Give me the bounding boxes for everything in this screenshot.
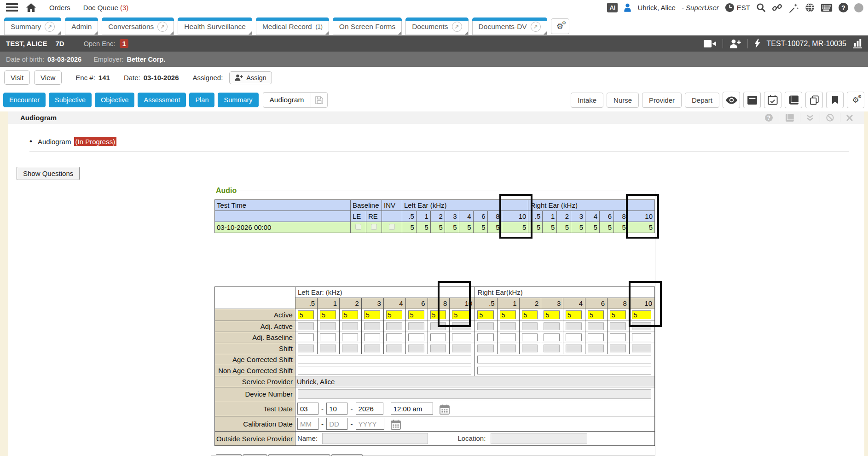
test-date-calendar-button[interactable] — [440, 404, 450, 415]
adj-baseline-input[interactable] — [298, 333, 314, 341]
tab-on-screen-forms[interactable]: On Screen Forms — [333, 18, 402, 35]
adj-baseline-input[interactable] — [500, 333, 516, 341]
active-threshold-input[interactable] — [364, 310, 380, 319]
adj-baseline-input[interactable] — [610, 333, 626, 341]
popout-icon[interactable] — [157, 22, 168, 32]
ai-badge[interactable]: AI — [607, 3, 618, 12]
age-corrected-right-field[interactable] — [477, 356, 651, 363]
active-threshold-input[interactable] — [298, 310, 314, 319]
open-enc-count-badge[interactable]: 1 — [120, 39, 128, 48]
nurse-button[interactable]: Nurse — [607, 93, 639, 108]
new-button[interactable]: New — [216, 454, 242, 456]
settings-button[interactable] — [847, 92, 864, 108]
t1-data-row[interactable]: 03-10-2026 00:00 5 5 5 5 5 5 5 5 5 5 5 5… — [215, 222, 655, 233]
active-threshold-input[interactable] — [452, 310, 471, 319]
bar-chart-icon[interactable] — [853, 39, 863, 48]
wand-icon[interactable] — [788, 3, 799, 13]
adj-baseline-input[interactable] — [430, 333, 446, 341]
tab-documents-dv[interactable]: Documents-DV — [472, 18, 547, 35]
adj-baseline-input[interactable] — [632, 333, 651, 341]
adj-baseline-input[interactable] — [386, 333, 402, 341]
panel-disable-button[interactable] — [820, 113, 840, 122]
test-time-input[interactable] — [391, 403, 433, 415]
adj-baseline-input[interactable] — [452, 333, 471, 341]
tab-conversations[interactable]: Conversations — [102, 18, 174, 35]
view-button[interactable]: View — [34, 70, 62, 85]
popout-icon[interactable] — [452, 22, 462, 32]
audiogram-list-item[interactable]: Audiogram (In Progress) — [29, 137, 116, 146]
active-threshold-input[interactable] — [544, 310, 560, 319]
panel-collapse-button[interactable] — [800, 113, 820, 122]
active-threshold-input[interactable] — [430, 310, 446, 319]
user-name[interactable]: Uhrick, Alice — [637, 4, 676, 12]
archive-button[interactable] — [743, 92, 761, 108]
subjective-button[interactable]: Subjective — [49, 93, 92, 107]
calibration-year-input[interactable] — [356, 418, 384, 430]
link-icon[interactable] — [772, 3, 782, 12]
globe-icon[interactable] — [805, 3, 815, 12]
chart-notes-button[interactable] — [785, 92, 802, 108]
depart-button[interactable]: Depart — [685, 93, 719, 108]
adj-baseline-input[interactable] — [408, 333, 424, 341]
adj-baseline-input[interactable] — [342, 333, 358, 341]
active-threshold-input[interactable] — [522, 310, 538, 319]
edit-button[interactable]: Edit — [243, 454, 267, 456]
baseline-history-button[interactable]: Baseline History — [268, 454, 330, 456]
test-time-value[interactable]: 03-10-2026 00:00 — [215, 222, 351, 233]
panel-close-button[interactable] — [840, 113, 859, 122]
test-date-day-input[interactable] — [326, 403, 347, 415]
baseline-re-checkbox[interactable] — [371, 224, 377, 230]
baseline-le-checkbox[interactable] — [355, 224, 361, 230]
hamburger-menu-icon[interactable] — [6, 2, 18, 13]
panel-help-button[interactable] — [759, 113, 779, 122]
active-threshold-input[interactable] — [320, 310, 336, 319]
home-icon[interactable] — [26, 3, 36, 12]
search-icon[interactable] — [756, 3, 766, 12]
test-date-month-input[interactable] — [297, 403, 318, 415]
calibration-calendar-button[interactable] — [391, 420, 401, 430]
intake-button[interactable]: Intake — [571, 93, 603, 108]
plan-button[interactable]: Plan — [189, 93, 214, 107]
popout-icon[interactable] — [45, 22, 55, 32]
calibration-day-input[interactable] — [326, 418, 347, 430]
adj-baseline-input[interactable] — [477, 333, 493, 341]
inv-checkbox[interactable] — [389, 224, 395, 230]
provider-button[interactable]: Provider — [642, 93, 682, 108]
copy-button[interactable] — [805, 92, 823, 108]
tab-admin[interactable]: Admin — [65, 18, 98, 35]
add-person-icon[interactable] — [729, 39, 741, 48]
tab-medical-record[interactable]: Medical Record(1) — [256, 18, 329, 35]
active-threshold-input[interactable] — [477, 310, 493, 319]
tab-health-surveillance[interactable]: Health Surveillance — [178, 18, 252, 35]
non-age-corrected-left-field[interactable] — [298, 367, 472, 374]
adj-baseline-input[interactable] — [544, 333, 560, 341]
active-threshold-input[interactable] — [500, 310, 516, 319]
audiogram-active-tab[interactable]: Audiogram — [263, 92, 328, 108]
summary-button[interactable]: Summary — [218, 93, 258, 107]
keyboard-icon[interactable] — [821, 4, 833, 12]
assign-button[interactable]: Assign — [229, 71, 272, 84]
tab-summary[interactable]: Summary — [4, 18, 61, 35]
objective-button[interactable]: Objective — [95, 93, 134, 107]
active-threshold-input[interactable] — [632, 310, 651, 319]
device-number-field[interactable] — [298, 389, 651, 399]
test-date-year-input[interactable] — [356, 403, 383, 415]
adj-baseline-input[interactable] — [522, 333, 538, 341]
eye-button[interactable] — [723, 92, 740, 108]
schedule-button[interactable] — [764, 92, 781, 108]
adj-baseline-input[interactable] — [320, 333, 336, 341]
bookmark-button[interactable] — [826, 92, 844, 108]
active-threshold-input[interactable] — [408, 310, 424, 319]
popout-icon[interactable] — [531, 22, 541, 32]
non-age-corrected-right-field[interactable] — [477, 367, 651, 374]
show-questions-button[interactable]: Show Questions — [17, 167, 80, 180]
active-threshold-input[interactable] — [342, 310, 358, 319]
save-icon[interactable] — [311, 93, 327, 107]
help-icon[interactable] — [839, 3, 848, 12]
adj-baseline-input[interactable] — [566, 333, 582, 341]
active-threshold-input[interactable] — [588, 310, 604, 319]
doc-queue-link[interactable]: Doc Queue (3) — [83, 4, 128, 12]
age-corrected-left-field[interactable] — [298, 356, 472, 363]
panel-book-button[interactable] — [779, 113, 800, 122]
active-threshold-input[interactable] — [610, 310, 626, 319]
